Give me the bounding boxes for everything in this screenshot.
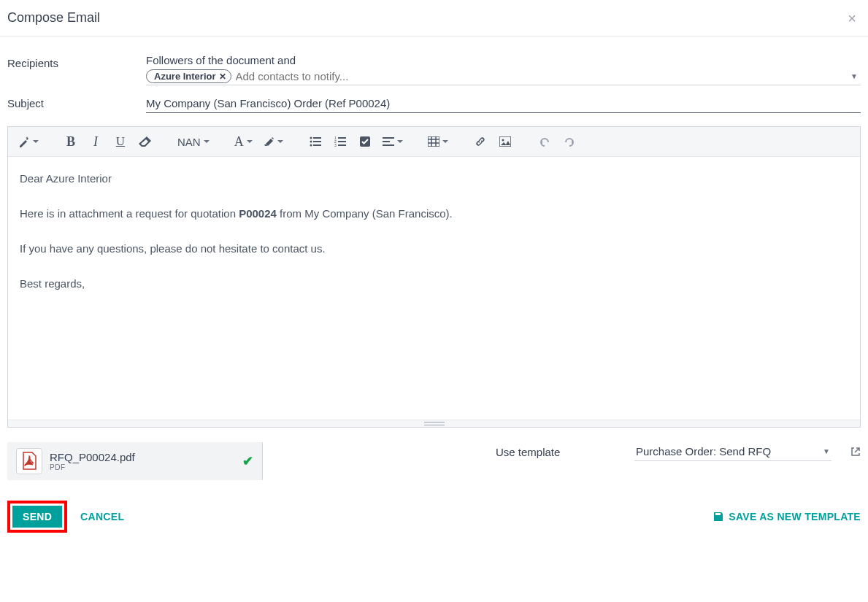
template-label: Use template [496, 446, 620, 458]
attachment-ext: PDF [50, 463, 242, 471]
followers-text: Followers of the document and [146, 54, 861, 66]
checklist-button[interactable] [353, 131, 377, 152]
save-icon [713, 511, 724, 522]
svg-rect-14 [383, 141, 390, 142]
bold-button[interactable]: B [59, 131, 82, 152]
body-line2: If you have any questions, please do not… [20, 240, 848, 258]
editor-toolbar: B I U NAN A 123 [8, 127, 860, 157]
send-button[interactable]: SEND [12, 506, 62, 528]
italic-button[interactable]: I [84, 131, 107, 152]
subject-input[interactable] [146, 94, 861, 113]
modal-title: Compose Email [7, 10, 100, 26]
font-color-dropdown[interactable]: A [230, 131, 257, 152]
svg-rect-13 [383, 137, 394, 139]
recipient-tag-label: Azure Interior [154, 71, 216, 82]
redo-button[interactable] [558, 131, 581, 152]
body-greeting: Dear Azure Interior [20, 170, 848, 188]
image-button[interactable] [493, 131, 517, 152]
close-icon[interactable]: × [848, 11, 856, 26]
attachment-item[interactable]: RFQ_P00024.pdf PDF ✔ [7, 442, 263, 480]
attachment-filename: RFQ_P00024.pdf [50, 451, 242, 463]
svg-point-2 [310, 141, 312, 143]
svg-rect-16 [428, 136, 439, 147]
align-dropdown[interactable] [378, 131, 407, 152]
recipients-text-input[interactable] [234, 69, 861, 83]
undo-button[interactable] [533, 131, 556, 152]
subject-label: Subject [7, 94, 146, 113]
remove-tag-icon[interactable]: ✕ [219, 72, 226, 82]
svg-point-0 [310, 137, 312, 139]
recipients-dropdown-icon[interactable]: ▼ [850, 72, 858, 80]
unordered-list-button[interactable] [304, 131, 327, 152]
body-closing: Best regards, [20, 275, 848, 293]
save-template-button[interactable]: SAVE AS NEW TEMPLATE [713, 511, 861, 522]
highlight-dropdown[interactable] [258, 131, 288, 152]
recipient-tag[interactable]: Azure Interior ✕ [146, 69, 231, 83]
svg-rect-9 [338, 141, 346, 142]
recipients-label: Recipients [7, 54, 146, 85]
svg-rect-11 [338, 144, 346, 146]
svg-rect-15 [383, 144, 394, 146]
template-select[interactable]: Purchase Order: Send RFQ ▼ [634, 442, 831, 461]
svg-point-22 [502, 139, 504, 142]
cancel-button[interactable]: CANCEL [80, 511, 124, 522]
svg-rect-1 [313, 137, 321, 139]
template-value: Purchase Order: Send RFQ [636, 445, 771, 458]
underline-button[interactable]: U [109, 131, 132, 152]
svg-rect-7 [338, 137, 346, 139]
font-size-dropdown[interactable]: NAN [173, 131, 214, 152]
editor: B I U NAN A 123 [7, 126, 861, 428]
svg-rect-5 [313, 144, 321, 146]
resize-handle[interactable] [8, 420, 860, 427]
magic-wand-button[interactable] [14, 131, 43, 152]
editor-body[interactable]: Dear Azure Interior Here is in attachmen… [8, 157, 860, 420]
external-link-icon[interactable] [850, 447, 861, 457]
attachment-check-icon: ✔ [242, 453, 253, 469]
ordered-list-button[interactable]: 123 [329, 131, 352, 152]
chevron-down-icon: ▼ [823, 447, 830, 455]
modal-header: Compose Email × [0, 0, 868, 36]
svg-point-4 [310, 144, 312, 147]
pdf-icon [16, 448, 42, 474]
link-button[interactable] [469, 131, 492, 152]
table-dropdown[interactable] [423, 131, 453, 152]
recipients-input[interactable]: Azure Interior ✕ ▼ [146, 69, 861, 85]
svg-text:3: 3 [334, 143, 337, 147]
eraser-button[interactable] [134, 131, 157, 152]
svg-rect-3 [313, 141, 321, 142]
body-line1: Here is in attachment a request for quot… [20, 205, 848, 223]
send-highlight: SEND [7, 501, 67, 533]
